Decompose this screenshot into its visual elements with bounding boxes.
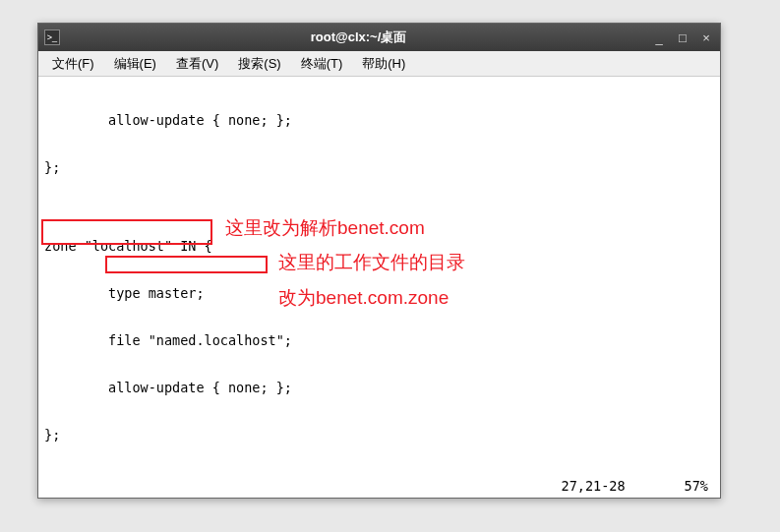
annotation-1: 这里改为解析benet.com xyxy=(225,220,425,236)
menu-file[interactable]: 文件(F) xyxy=(44,52,102,76)
code-line: zone "localhost" IN { xyxy=(44,238,714,254)
menu-edit[interactable]: 编辑(E) xyxy=(106,52,164,76)
annotation-2: 这里的工作文件的目录 xyxy=(278,255,465,270)
terminal-icon: >_ xyxy=(44,30,60,45)
code-line: file "named.localhost"; xyxy=(44,332,714,348)
titlebar[interactable]: >_ root@clx:~/桌面 _ □ × xyxy=(38,24,720,51)
code-line: }; xyxy=(44,427,714,443)
cursor-position: 27,21-28 xyxy=(562,478,626,494)
menubar: 文件(F) 编辑(E) 查看(V) 搜索(S) 终端(T) 帮助(H) xyxy=(38,51,720,77)
menu-search[interactable]: 搜索(S) xyxy=(230,52,288,76)
window-title: root@clx:~/桌面 xyxy=(66,29,651,46)
menu-terminal[interactable]: 终端(T) xyxy=(293,52,351,76)
minimize-button[interactable]: _ xyxy=(651,30,667,45)
close-button[interactable]: × xyxy=(698,30,714,45)
maximize-button[interactable]: □ xyxy=(675,30,690,45)
menu-view[interactable]: 查看(V) xyxy=(168,52,226,76)
code-line: allow-update { none; }; xyxy=(44,112,714,128)
highlight-file-benet-zone xyxy=(105,256,268,273)
code-line: }; xyxy=(44,159,714,175)
menu-help[interactable]: 帮助(H) xyxy=(354,52,413,76)
code-line: allow-update { none; }; xyxy=(44,380,714,395)
terminal-window: >_ root@clx:~/桌面 _ □ × 文件(F) 编辑(E) 查看(V)… xyxy=(37,23,721,499)
terminal-content[interactable]: allow-update { none; }; }; zone "localho… xyxy=(38,77,720,498)
code-line: type master; xyxy=(44,285,714,301)
scroll-percent: 57% xyxy=(685,478,708,494)
vim-status-line: 27,21-28 57% xyxy=(562,478,708,494)
window-controls: _ □ × xyxy=(651,30,714,45)
